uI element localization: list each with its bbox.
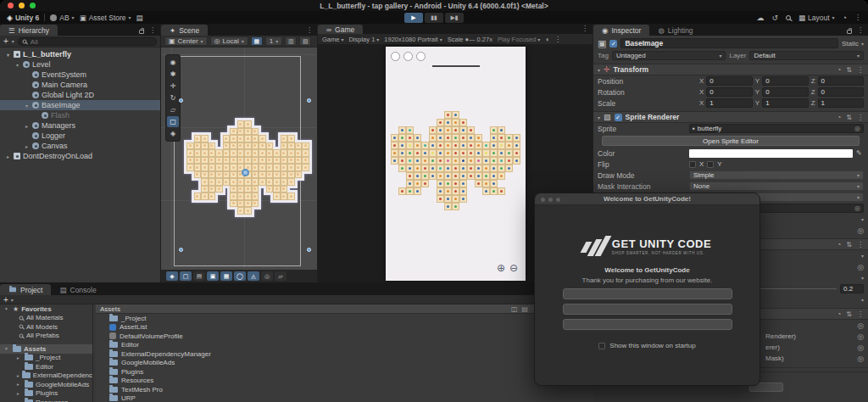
expand-arrow-icon[interactable]: [14, 62, 20, 68]
tab-project[interactable]: Project: [0, 284, 51, 295]
eyedropper-icon[interactable]: ✎: [856, 149, 864, 157]
list-view-icon[interactable]: ▤: [521, 305, 528, 313]
hand-tool[interactable]: ✱: [167, 69, 179, 80]
hierarchy-search[interactable]: [18, 37, 157, 46]
dialog-close-button[interactable]: [541, 198, 545, 202]
tree-folder-item[interactable]: Resources: [0, 398, 92, 402]
file-item[interactable]: DefaultVolumeProfile: [96, 332, 593, 341]
expand-arrow-icon[interactable]: [24, 103, 30, 109]
layer-dropdown[interactable]: Default ▾: [749, 51, 864, 60]
hierarchy-item[interactable]: DontDestroyOnLoad: [0, 151, 160, 161]
play-focused-dropdown[interactable]: Play Focused ▾: [498, 36, 540, 43]
tab-inspector[interactable]: ◉ Inspector: [593, 25, 649, 36]
pivot-handle[interactable]: [242, 169, 249, 176]
file-item[interactable]: Editor: [96, 341, 593, 350]
object-picker-icon[interactable]: ◎: [854, 125, 860, 132]
dialog-button[interactable]: [563, 319, 732, 330]
expand-arrow-icon[interactable]: [5, 154, 11, 159]
favorite-item[interactable]: All Models: [0, 322, 92, 332]
add-gameobject-button[interactable]: +: [3, 36, 8, 46]
rotate-tool[interactable]: ↻: [167, 92, 179, 103]
active-checkbox[interactable]: ✓: [609, 40, 617, 47]
selection-handle[interactable]: [307, 248, 311, 252]
startup-checkbox[interactable]: [598, 343, 605, 349]
expand-arrow-icon[interactable]: [17, 382, 22, 387]
layout-dropdown[interactable]: ▦ Layout ▾: [798, 14, 835, 22]
dialog-zoom-button[interactable]: [556, 198, 560, 202]
assets-root-item[interactable]: Assets: [0, 344, 92, 354]
foldout-arrow-icon[interactable]: ▾: [598, 67, 600, 73]
sprite-renderer-header[interactable]: ▾ ▧ ✓ Sprite Renderer ◔ ⇅ ⋮: [593, 111, 868, 123]
cart-button[interactable]: ▤: [136, 14, 143, 22]
step-button[interactable]: ▶▮: [445, 13, 464, 23]
presets-icon[interactable]: ⇅: [846, 114, 852, 121]
selection-handle[interactable]: [307, 98, 311, 103]
foldout-arrow-icon[interactable]: ▾: [598, 114, 600, 120]
file-item[interactable]: GoogleMobileAds: [96, 359, 593, 368]
resolution-dropdown[interactable]: 1920x1080 Portrait ▾: [384, 36, 442, 43]
x-input[interactable]: 0: [706, 76, 752, 86]
tree-folder-item[interactable]: _Project: [0, 354, 92, 363]
more-options-icon[interactable]: ⋮: [857, 66, 864, 74]
hierarchy-item[interactable]: Flash: [0, 110, 160, 120]
dialog-minimize-button[interactable]: [548, 198, 553, 202]
chat-icon[interactable]: ▱: [275, 271, 287, 281]
play-button[interactable]: ▶: [404, 13, 423, 23]
chevron-down-icon[interactable]: ▾: [861, 297, 864, 303]
draw-mode-dropdown[interactable]: Simple ▾: [689, 170, 864, 180]
chevron-down-icon[interactable]: ▾: [861, 253, 864, 259]
dialog-button[interactable]: [563, 288, 732, 299]
chevron-down-icon[interactable]: ▾: [861, 216, 864, 222]
expand-arrow-icon[interactable]: [5, 306, 10, 311]
y-input[interactable]: 1: [762, 98, 808, 108]
rect-tool[interactable]: ▢: [167, 116, 179, 127]
expand-arrow-icon[interactable]: [17, 391, 22, 396]
scene-viewport[interactable]: ◉ ✱ ✛ ↻ ▱ ▢ ◈: [161, 47, 317, 270]
zoom-out-button[interactable]: ⊖: [509, 262, 518, 274]
static-dropdown[interactable]: Static ▾: [842, 40, 864, 47]
object-picker-icon[interactable]: ◎: [857, 321, 864, 330]
gameobject-name-field[interactable]: BaseImage: [620, 38, 838, 48]
expand-arrow-icon[interactable]: [5, 346, 10, 351]
add-asset-button[interactable]: +: [3, 295, 8, 304]
help-icon[interactable]: ◔: [837, 310, 841, 318]
object-picker-icon[interactable]: ◎: [857, 355, 864, 363]
orientation-dropdown[interactable]: ◎ Local ▾: [210, 36, 248, 46]
tab-lighting[interactable]: ◍ Lighting: [649, 25, 701, 36]
hierarchy-item[interactable]: Level: [0, 59, 160, 70]
more-options-icon[interactable]: ⋮: [857, 26, 864, 34]
grid-visibility-button[interactable]: ▦: [251, 36, 263, 46]
component-enabled-checkbox[interactable]: ✓: [615, 114, 622, 121]
hidden-files-icon[interactable]: ◫: [511, 305, 518, 313]
open-sprite-editor-button[interactable]: Open Sprite Editor: [602, 136, 860, 146]
pivot-dropdown[interactable]: ▣ Center ▾: [164, 36, 208, 46]
rect-overlay-icon[interactable]: ▢: [180, 271, 192, 281]
mask-interaction-dropdown[interactable]: None ▾: [689, 181, 864, 191]
tab-hierarchy[interactable]: ☰ Hierarchy: [0, 25, 58, 36]
hierarchy-item[interactable]: L_L_butterfly: [0, 49, 160, 59]
object-picker-icon[interactable]: ◎: [857, 343, 864, 352]
more-options-icon[interactable]: ⋮: [306, 26, 313, 34]
object-picker-icon[interactable]: ◎: [857, 263, 864, 271]
timer-icon[interactable]: ▤: [193, 271, 205, 281]
more-options-icon[interactable]: ⋮: [854, 14, 861, 21]
scale-tool[interactable]: ▱: [167, 104, 179, 115]
favorite-item[interactable]: All Materials: [0, 314, 92, 323]
more-options-icon[interactable]: ⋮: [554, 36, 561, 43]
lock-icon[interactable]: [139, 30, 144, 34]
flip-x-checkbox[interactable]: [689, 161, 696, 168]
tree-folder-item[interactable]: GoogleMobileAds: [0, 380, 92, 389]
file-item[interactable]: AssetList: [96, 323, 593, 332]
hierarchy-item[interactable]: Main Camera: [0, 80, 160, 90]
help-icon[interactable]: ◔: [837, 66, 841, 74]
expand-arrow-icon[interactable]: [24, 143, 30, 149]
more-options-icon[interactable]: ⋮: [857, 114, 864, 121]
hierarchy-search-input[interactable]: [31, 38, 153, 46]
object-picker-icon[interactable]: ◎: [857, 332, 864, 341]
move-tool[interactable]: ✛: [167, 81, 179, 92]
favorite-item[interactable]: All Prefabs: [0, 332, 92, 341]
butterfly-puzzle[interactable]: [391, 111, 520, 210]
z-input[interactable]: 0: [818, 87, 864, 97]
display-dropdown[interactable]: Display 1 ▾: [348, 36, 379, 43]
tab-scene[interactable]: ✦ Scene: [161, 25, 208, 36]
